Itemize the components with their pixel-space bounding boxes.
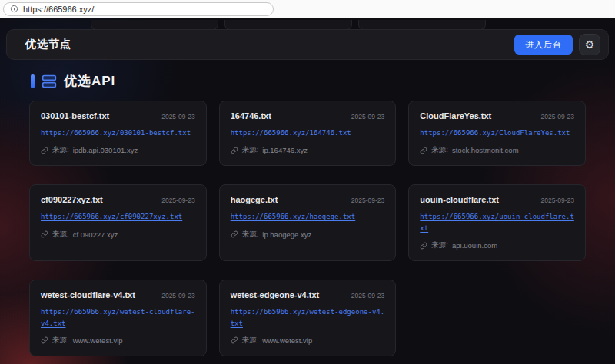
file-source: 来源: cf.090227.xyz — [41, 230, 195, 240]
file-source: 来源: www.wetest.vip — [41, 336, 195, 346]
api-file-card[interactable]: wetest-cloudflare-v4.txt 2025-09-23 http… — [29, 280, 207, 356]
file-source: 来源: stock.hostmonit.com — [420, 145, 574, 155]
file-source: 来源: ip.haogege.xyz — [231, 230, 385, 240]
gear-icon: ⚙ — [585, 39, 595, 50]
file-name: wetest-edgeone-v4.txt — [231, 290, 320, 299]
source-label: 来源: — [52, 230, 69, 240]
api-file-card[interactable]: wetest-edgeone-v4.txt 2025-09-23 https:/… — [219, 280, 397, 356]
file-source: 来源: api.uouin.com — [420, 240, 574, 250]
file-source: 来源: ip.164746.xyz — [231, 145, 385, 155]
url-text[interactable]: https://665966.xyz/ — [23, 5, 94, 14]
file-date: 2025-09-23 — [541, 197, 574, 204]
file-url-link[interactable]: https://665966.xyz/haogege.txt — [231, 211, 385, 222]
file-url-link[interactable]: https://665966.xyz/wetest-edgeone-v4.txt — [231, 306, 385, 329]
source-label: 来源: — [242, 230, 259, 240]
link-icon — [231, 336, 238, 344]
api-file-card[interactable]: CloudFlareYes.txt 2025-09-23 https://665… — [408, 101, 586, 166]
file-name: 164746.txt — [231, 111, 271, 121]
page-header: 优选节点 进入后台 ⚙ — [6, 29, 609, 60]
source-label: 来源: — [431, 145, 448, 155]
source-domain: cf.090227.xyz — [73, 230, 118, 239]
page-background: 优选节点 进入后台 ⚙ 优选API 030101-bestcf.txt 2025… — [0, 18, 615, 364]
file-name: haogege.txt — [231, 195, 278, 204]
section-title: 优选API — [64, 72, 115, 90]
source-label: 来源: — [52, 145, 69, 155]
api-file-card[interactable]: haogege.txt 2025-09-23 https://665966.xy… — [219, 184, 397, 261]
url-input[interactable]: https://665966.xyz/ — [3, 2, 274, 16]
api-file-card[interactable]: 164746.txt 2025-09-23 https://665966.xyz… — [219, 101, 397, 166]
file-source: 来源: ipdb.api.030101.xyz — [41, 145, 195, 155]
server-stack-icon — [42, 74, 57, 89]
browser-address-bar: https://665966.xyz/ — [0, 0, 615, 18]
section-heading: 优选API — [31, 72, 584, 90]
file-date: 2025-09-23 — [351, 113, 384, 121]
admin-panel-button[interactable]: 进入后台 — [514, 35, 573, 55]
file-date: 2025-09-23 — [161, 197, 194, 204]
source-domain: api.uouin.com — [452, 241, 497, 250]
file-url-link[interactable]: https://665966.xyz/wetest-cloudflare-v4.… — [41, 306, 195, 329]
link-icon — [41, 230, 48, 238]
header-actions: 进入后台 ⚙ — [514, 34, 600, 55]
page-title: 优选节点 — [25, 38, 71, 51]
file-date: 2025-09-23 — [541, 113, 574, 121]
file-name: 030101-bestcf.txt — [41, 111, 109, 121]
file-date: 2025-09-23 — [351, 197, 384, 204]
api-file-card[interactable]: cf090227xyz.txt 2025-09-23 https://66596… — [29, 184, 207, 261]
api-file-card[interactable]: 030101-bestcf.txt 2025-09-23 https://665… — [29, 101, 207, 166]
api-file-card[interactable]: uouin-cloudflare.txt 2025-09-23 https://… — [408, 184, 586, 261]
link-icon — [41, 147, 48, 154]
settings-button[interactable]: ⚙ — [579, 34, 600, 55]
file-name: wetest-cloudflare-v4.txt — [41, 290, 135, 299]
api-cards-grid: 030101-bestcf.txt 2025-09-23 https://665… — [29, 101, 586, 356]
file-name: cf090227xyz.txt — [41, 195, 103, 204]
section-accent-bar — [31, 74, 35, 88]
source-domain: ipdb.api.030101.xyz — [73, 146, 138, 154]
link-icon — [231, 147, 238, 154]
file-url-link[interactable]: https://665966.xyz/uouin-cloudflare.txt — [420, 211, 574, 233]
source-label: 来源: — [431, 240, 448, 250]
file-url-link[interactable]: https://665966.xyz/cf090227xyz.txt — [41, 211, 195, 222]
file-url-link[interactable]: https://665966.xyz/CloudFlareYes.txt — [420, 127, 574, 138]
link-icon — [231, 230, 238, 238]
file-source: 来源: www.wetest.vip — [231, 336, 385, 346]
file-date: 2025-09-23 — [351, 292, 384, 299]
source-label: 来源: — [242, 145, 259, 155]
link-icon — [420, 147, 427, 154]
file-url-link[interactable]: https://665966.xyz/164746.txt — [231, 127, 385, 138]
source-label: 来源: — [52, 336, 69, 346]
file-date: 2025-09-23 — [161, 113, 194, 121]
site-info-icon[interactable] — [10, 5, 18, 13]
source-domain: stock.hostmonit.com — [452, 146, 519, 154]
source-domain: ip.haogege.xyz — [262, 230, 311, 239]
source-domain: ip.164746.xyz — [262, 146, 308, 154]
source-domain: www.wetest.vip — [73, 336, 123, 345]
link-icon — [420, 242, 427, 250]
file-date: 2025-09-23 — [161, 292, 194, 299]
file-url-link[interactable]: https://665966.xyz/030101-bestcf.txt — [41, 127, 195, 138]
source-domain: www.wetest.vip — [262, 336, 312, 345]
file-name: uouin-cloudflare.txt — [420, 195, 499, 204]
source-label: 来源: — [242, 336, 259, 346]
file-name: CloudFlareYes.txt — [420, 111, 491, 121]
link-icon — [41, 336, 48, 344]
